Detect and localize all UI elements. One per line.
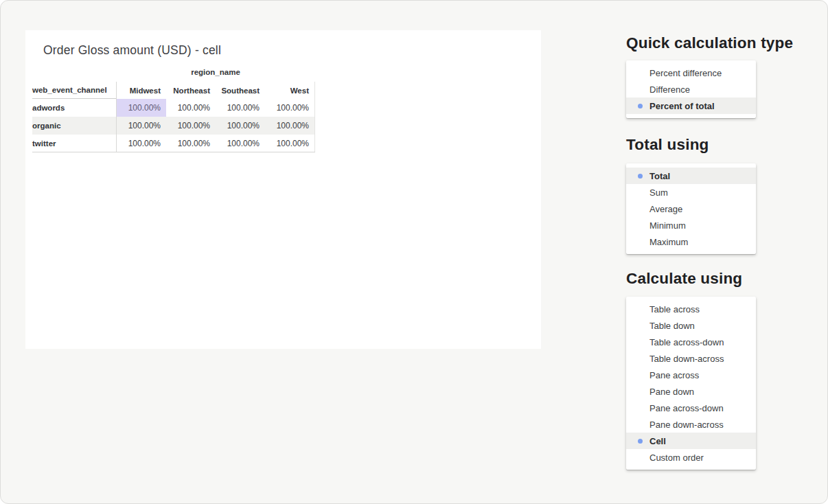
row-label-organic[interactable]: organic	[32, 117, 116, 135]
menu-item-sum[interactable]: Sum	[626, 184, 756, 201]
cell-organic-northeast[interactable]: 100.00%	[166, 117, 216, 135]
column-header-west[interactable]: West	[265, 82, 314, 99]
menu-item-percent-of-total[interactable]: Percent of total	[626, 98, 756, 114]
menu-item-label: Minimum	[649, 220, 686, 231]
menu-item-percent-difference[interactable]: Percent difference	[626, 65, 756, 81]
menu-item-label: Pane across	[649, 370, 699, 380]
menu-item-label: Table across	[649, 304, 700, 314]
cell-twitter-midwest[interactable]: 100.00%	[117, 135, 166, 152]
cell-twitter-northeast[interactable]: 100.00%	[166, 135, 216, 152]
menu-item-label: Pane down-across	[649, 420, 724, 430]
total-using-menu: Total Sum Average Minimum Maximum	[626, 163, 756, 254]
menu-item-table-down-across[interactable]: Table down-across	[626, 350, 756, 367]
cell-adwords-west[interactable]: 100.00%	[265, 99, 314, 117]
menu-item-table-across-down[interactable]: Table across-down	[626, 334, 756, 350]
menu-item-label: Table down	[649, 321, 695, 331]
cell-organic-midwest[interactable]: 100.00%	[117, 117, 166, 135]
menu-item-pane-down-across[interactable]: Pane down-across	[626, 416, 756, 433]
cell-organic-west[interactable]: 100.00%	[265, 117, 314, 135]
menu-item-table-down[interactable]: Table down	[626, 317, 756, 334]
calculate-using-menu: Table across Table down Table across-dow…	[626, 297, 756, 470]
heading-total-using: Total using	[626, 136, 709, 154]
cell-adwords-midwest-highlighted[interactable]: 100.00%	[117, 99, 166, 117]
column-header-northeast[interactable]: Northeast	[166, 82, 216, 99]
column-header-midwest[interactable]: Midwest	[117, 82, 166, 99]
menu-item-difference[interactable]: Difference	[626, 81, 756, 98]
menu-item-label: Table down-across	[649, 354, 724, 364]
row-dimension-header[interactable]: web_event_channel	[32, 82, 116, 99]
menu-item-cell[interactable]: Cell	[626, 433, 756, 449]
menu-item-table-across[interactable]: Table across	[626, 301, 756, 317]
menu-item-label: Difference	[649, 84, 690, 95]
menu-item-label: Pane across-down	[649, 403, 724, 413]
pivot-header-cells: Midwest Northeast Southeast West	[116, 82, 315, 99]
cell-adwords-northeast[interactable]: 100.00%	[166, 99, 216, 117]
row-label-adwords[interactable]: adwords	[32, 99, 116, 117]
selected-dot-icon	[638, 174, 643, 179]
menu-item-label: Cell	[649, 436, 666, 446]
menu-item-label: Total	[649, 171, 670, 181]
table-row-adwords: adwords 100.00% 100.00% 100.00% 100.00%	[32, 99, 315, 117]
menu-item-pane-down[interactable]: Pane down	[626, 383, 756, 400]
heading-calculate-using: Calculate using	[626, 270, 742, 288]
menu-item-custom-order[interactable]: Custom order	[626, 449, 756, 466]
cell-adwords-southeast[interactable]: 100.00%	[216, 99, 265, 117]
table-row-organic: organic 100.00% 100.00% 100.00% 100.00%	[32, 117, 315, 135]
menu-item-label: Pane down	[649, 387, 694, 397]
column-header-southeast[interactable]: Southeast	[216, 82, 265, 99]
pivot-column-dimension: region_name	[116, 68, 315, 76]
selected-dot-icon	[638, 439, 643, 444]
quick-calculation-type-menu: Percent difference Difference Percent of…	[626, 60, 756, 118]
menu-item-pane-across-down[interactable]: Pane across-down	[626, 400, 756, 416]
app-window: Order Gloss amount (USD) - cell region_n…	[0, 0, 828, 504]
menu-item-label: Maximum	[649, 237, 688, 247]
pivot-header-row: web_event_channel Midwest Northeast Sout…	[32, 82, 315, 99]
menu-item-label: Custom order	[649, 453, 704, 463]
menu-item-label: Sum	[649, 187, 668, 198]
pivot-table: web_event_channel Midwest Northeast Sout…	[32, 82, 315, 152]
cell-organic-southeast[interactable]: 100.00%	[216, 117, 265, 135]
row-label-twitter[interactable]: twitter	[32, 135, 116, 152]
menu-item-label: Percent of total	[649, 101, 715, 111]
menu-item-maximum[interactable]: Maximum	[626, 233, 756, 250]
menu-item-pane-across[interactable]: Pane across	[626, 367, 756, 383]
cell-twitter-west[interactable]: 100.00%	[265, 135, 314, 152]
table-row-twitter: twitter 100.00% 100.00% 100.00% 100.00%	[32, 135, 315, 152]
cell-twitter-southeast[interactable]: 100.00%	[216, 135, 265, 152]
menu-item-label: Percent difference	[649, 68, 722, 78]
visualization-panel: Order Gloss amount (USD) - cell region_n…	[25, 30, 541, 349]
screen: Order Gloss amount (USD) - cell region_n…	[0, 0, 828, 504]
viz-title: Order Gloss amount (USD) - cell	[43, 43, 221, 58]
menu-item-minimum[interactable]: Minimum	[626, 217, 756, 233]
menu-item-average[interactable]: Average	[626, 201, 756, 217]
menu-item-label: Table across-down	[649, 337, 724, 347]
menu-item-total[interactable]: Total	[626, 168, 756, 184]
menu-item-label: Average	[649, 204, 682, 214]
selected-dot-icon	[638, 104, 643, 108]
heading-quick-calculation-type: Quick calculation type	[626, 34, 793, 52]
